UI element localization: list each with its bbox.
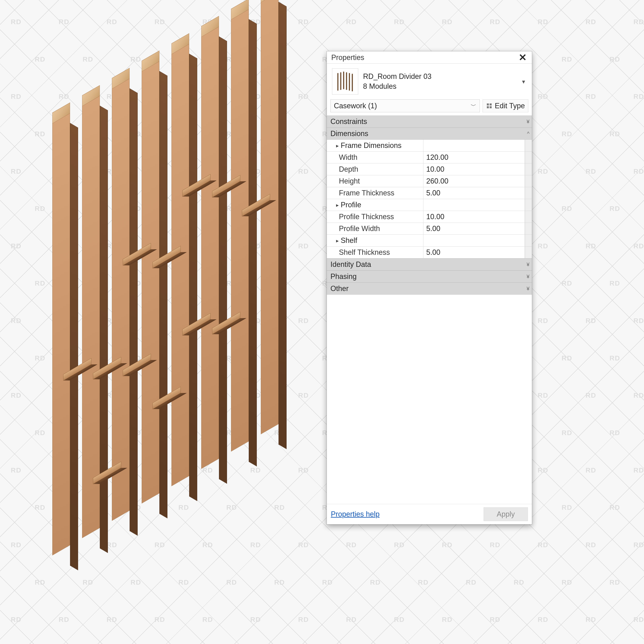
edit-type-button[interactable]: Edit Type [483,99,528,112]
param-label: Frame Thickness [327,187,423,199]
triangle-right-icon: ▸ [336,143,339,149]
group-constraints[interactable]: Constraints ¥ [327,116,532,128]
group-identity-data[interactable]: Identity Data ¥ [327,258,532,270]
expand-icon: ¥ [527,261,528,268]
group-other[interactable]: Other ¥ [327,283,532,295]
apply-button[interactable]: Apply [484,507,528,521]
group-phasing[interactable]: Phasing ¥ [327,270,532,283]
row-profile[interactable]: ▸Profile [327,199,532,211]
param-value[interactable]: 5.00 [423,187,525,199]
param-value[interactable]: 260.00 [423,175,525,187]
expand-icon: ¥ [527,273,528,280]
param-value[interactable]: 10.00 [423,211,525,223]
edit-type-icon [486,103,492,109]
associate-button[interactable] [525,199,532,211]
group-label: Other [330,284,349,293]
param-value[interactable]: 120.00 [423,152,525,163]
group-label: Constraints [330,117,367,126]
param-label: Profile [341,201,361,209]
instance-selector[interactable]: Casework (1) ﹀ [330,99,480,112]
panel-footer: Properties help Apply [327,504,532,524]
param-value[interactable]: 5.00 [423,247,525,258]
viewport-canvas[interactable]: RDRDRDRDRDRDRDRDRDRDRDRDRDRDRDRDRDRDRDRD… [0,0,644,644]
family-name: RD_Room Divider 03 [363,72,431,82]
row-shelf-thickness: Shelf Thickness 5.00 [327,247,532,258]
row-profile-width: Profile Width 5.00 [327,223,532,235]
row-frame-dimensions[interactable]: ▸Frame Dimensions [327,140,532,152]
properties-panel: Properties ✕ RD_Room Divider 03 [327,51,532,524]
group-label: Identity Data [330,260,371,269]
family-type-names: RD_Room Divider 03 8 Modules [363,72,431,91]
associate-button[interactable] [525,235,532,246]
associate-button[interactable] [525,211,532,223]
instance-selector-text: Casework (1) [334,102,377,110]
associate-button[interactable] [525,175,532,187]
group-label: Phasing [330,272,357,281]
associate-button[interactable] [525,247,532,258]
family-thumbnail [332,68,358,95]
row-shelf[interactable]: ▸Shelf [327,235,532,247]
collapse-icon: ^ [527,131,528,137]
param-label: Width [327,152,423,163]
expand-icon: ¥ [527,286,528,292]
param-value[interactable] [423,199,525,211]
associate-button[interactable] [525,223,532,234]
param-label: Frame Dimensions [341,141,401,150]
close-icon[interactable]: ✕ [517,54,529,62]
type-name: 8 Modules [363,82,431,91]
panel-titlebar[interactable]: Properties ✕ [327,51,532,64]
row-height: Height 260.00 [327,175,532,187]
associate-button[interactable] [525,140,532,151]
param-label: Shelf [341,236,357,245]
associate-button[interactable] [525,187,532,199]
param-label: Profile Width [327,223,423,234]
panel-title: Properties [331,53,364,62]
associate-button[interactable] [525,152,532,163]
associate-button[interactable] [525,163,532,175]
param-value[interactable] [423,235,525,246]
row-width: Width 120.00 [327,152,532,163]
triangle-right-icon: ▸ [336,238,339,244]
param-value[interactable] [423,140,525,151]
edit-type-label: Edit Type [495,102,525,110]
row-profile-thickness: Profile Thickness 10.00 [327,211,532,223]
family-type-selector[interactable]: RD_Room Divider 03 8 Modules ▾ [327,64,532,99]
panel-empty-area [327,295,532,504]
chevron-down-icon: ﹀ [471,102,476,110]
triangle-right-icon: ▸ [336,202,339,208]
row-frame-thickness: Frame Thickness 5.00 [327,187,532,199]
group-dimensions[interactable]: Dimensions ^ [327,128,532,140]
param-label: Depth [327,163,423,175]
group-label: Dimensions [330,129,368,138]
param-label: Shelf Thickness [327,247,423,258]
param-label: Height [327,175,423,187]
param-value[interactable]: 10.00 [423,163,525,175]
expand-icon: ¥ [527,119,528,125]
row-depth: Depth 10.00 [327,163,532,175]
param-label: Profile Thickness [327,211,423,223]
model-room-divider[interactable] [52,28,314,612]
chevron-down-icon[interactable]: ▾ [519,78,527,85]
properties-help-link[interactable]: Properties help [331,510,380,518]
param-value[interactable]: 5.00 [423,223,525,234]
